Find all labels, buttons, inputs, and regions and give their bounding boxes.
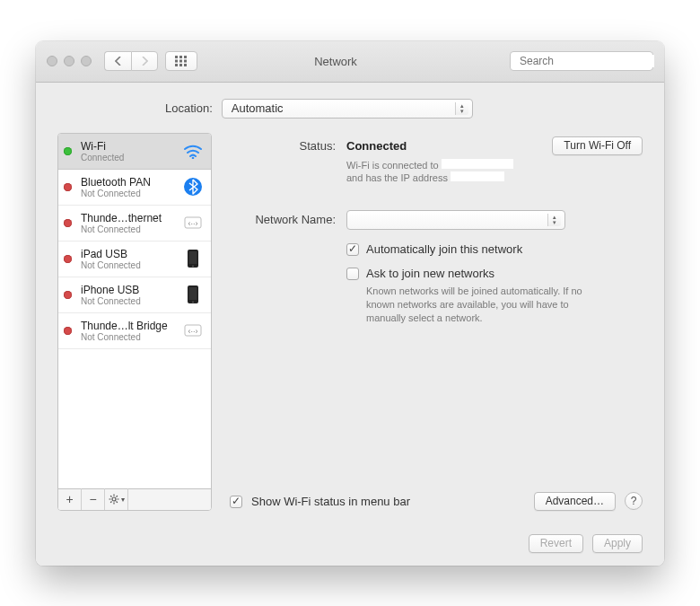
remove-service-button[interactable]: −	[82, 488, 105, 510]
svg-point-20	[192, 302, 194, 303]
status-dot-icon	[64, 291, 72, 299]
svg-line-31	[110, 502, 111, 503]
location-value: Automatic	[232, 101, 284, 115]
auto-join-checkbox[interactable]	[346, 243, 359, 256]
service-item-ipad-usb[interactable]: iPad USB Not Connected	[58, 242, 211, 277]
search-field[interactable]	[510, 51, 653, 71]
chevron-left-icon	[115, 57, 122, 66]
ask-join-checkbox[interactable]	[346, 268, 359, 280]
advanced-button[interactable]: Advanced…	[534, 492, 616, 511]
status-dot-icon	[64, 255, 72, 263]
status-value: Connected	[346, 139, 407, 153]
thunderbolt-icon: ‹··›	[182, 212, 204, 233]
help-button[interactable]: ?	[625, 492, 643, 510]
detail-bottom-row: Show Wi-Fi status in menu bar Advanced… …	[230, 492, 643, 511]
device-icon	[182, 248, 204, 269]
status-dot-icon	[64, 183, 72, 191]
close-button[interactable]	[47, 56, 57, 66]
add-service-button[interactable]: +	[58, 488, 82, 510]
network-name-row: Network Name: ▴▾ Automatically join this…	[230, 210, 643, 325]
svg-rect-7	[179, 64, 182, 66]
menubar-checkbox[interactable]	[230, 496, 242, 508]
zoom-button[interactable]	[81, 56, 92, 66]
detail-panel: Status: Connected Turn Wi-Fi Off Wi-Fi i…	[230, 133, 643, 511]
svg-rect-5	[184, 60, 187, 63]
status-label: Status:	[230, 136, 346, 153]
grid-icon	[175, 56, 188, 66]
service-name: Bluetooth PAN	[81, 176, 177, 189]
popup-chevron-icon: ▴▾	[459, 102, 466, 115]
service-status: Not Connected	[81, 332, 177, 342]
service-name: iPhone USB	[81, 284, 177, 296]
service-item-bluetooth[interactable]: Bluetooth PAN Not Connected	[58, 170, 211, 206]
status-row: Status: Connected Turn Wi-Fi Off Wi-Fi i…	[230, 136, 643, 186]
svg-rect-3	[175, 60, 178, 63]
menubar-label: Show Wi-Fi status in menu bar	[251, 495, 410, 508]
gear-icon	[109, 494, 119, 505]
network-name-label: Network Name:	[230, 210, 346, 226]
redacted-ssid	[442, 159, 513, 169]
svg-rect-1	[179, 56, 182, 58]
popup-chevron-icon: ▴▾	[551, 214, 558, 226]
location-row: Location: Automatic ▴▾	[165, 99, 643, 119]
service-item-thunderbolt-bridge[interactable]: Thunde…lt Bridge Not Connected ‹··›	[58, 313, 211, 349]
svg-rect-19	[189, 287, 197, 300]
service-sidebar: Wi-Fi Connected Bluetooth PAN Not Connec…	[57, 133, 212, 511]
service-item-thunderbolt-ethernet[interactable]: Thunde…thernet Not Connected ‹··›	[58, 206, 211, 242]
minimize-button[interactable]	[64, 56, 74, 66]
svg-point-23	[112, 497, 116, 501]
svg-line-28	[110, 496, 111, 496]
footer: Revert Apply	[36, 525, 664, 566]
service-status: Connected	[81, 153, 177, 162]
turn-wifi-off-button[interactable]: Turn Wi-Fi Off	[552, 136, 643, 155]
svg-point-17	[192, 266, 194, 268]
content: Location: Automatic ▴▾ Wi-Fi Connected	[36, 83, 664, 525]
svg-text:‹··›: ‹··›	[188, 327, 198, 336]
ask-join-help: Known networks will be joined automatica…	[366, 285, 599, 325]
service-status: Not Connected	[81, 224, 177, 234]
network-name-popup[interactable]: ▴▾	[346, 210, 565, 230]
service-status: Not Connected	[81, 260, 177, 270]
svg-rect-6	[175, 64, 178, 66]
apply-button[interactable]: Apply	[592, 534, 643, 553]
service-status: Not Connected	[81, 296, 177, 306]
svg-rect-0	[175, 56, 178, 58]
svg-point-11	[192, 157, 195, 159]
status-subtext: Wi-Fi is connected to and has the IP add…	[346, 159, 580, 186]
window-controls[interactable]	[47, 56, 92, 66]
device-icon	[182, 284, 204, 305]
location-popup[interactable]: Automatic ▴▾	[222, 99, 473, 119]
window-title: Network	[205, 55, 503, 68]
svg-rect-4	[179, 60, 182, 63]
svg-text:‹··›: ‹··›	[188, 219, 198, 228]
svg-line-30	[116, 496, 117, 496]
service-actions-button[interactable]	[105, 488, 128, 510]
search-input[interactable]	[520, 55, 654, 67]
svg-rect-2	[184, 56, 187, 58]
svg-line-29	[116, 502, 117, 503]
back-button[interactable]	[104, 51, 131, 71]
show-all-button[interactable]	[165, 51, 197, 71]
revert-button[interactable]: Revert	[529, 534, 583, 553]
service-item-wifi[interactable]: Wi-Fi Connected	[58, 134, 211, 170]
service-name: Thunde…lt Bridge	[81, 320, 177, 332]
bluetooth-icon	[182, 176, 204, 198]
sidebar-footer: + −	[58, 488, 211, 510]
wifi-icon	[182, 140, 204, 162]
status-dot-icon	[64, 219, 72, 227]
service-item-iphone-usb[interactable]: iPhone USB Not Connected	[58, 277, 211, 313]
svg-rect-8	[184, 64, 187, 66]
status-dot-icon	[64, 147, 72, 155]
service-name: Wi-Fi	[81, 140, 177, 153]
network-preferences-window: Network Location: Automatic ▴▾ Wi-Fi	[36, 41, 664, 566]
svg-rect-16	[189, 251, 197, 264]
service-status: Not Connected	[81, 189, 177, 198]
nav-segment	[104, 51, 158, 71]
redacted-ip	[451, 171, 504, 181]
chevron-right-icon	[141, 57, 148, 66]
status-dot-icon	[64, 327, 72, 335]
toolbar: Network	[36, 41, 664, 83]
service-list[interactable]: Wi-Fi Connected Bluetooth PAN Not Connec…	[58, 134, 211, 488]
forward-button[interactable]	[131, 51, 158, 71]
columns: Wi-Fi Connected Bluetooth PAN Not Connec…	[57, 133, 643, 511]
